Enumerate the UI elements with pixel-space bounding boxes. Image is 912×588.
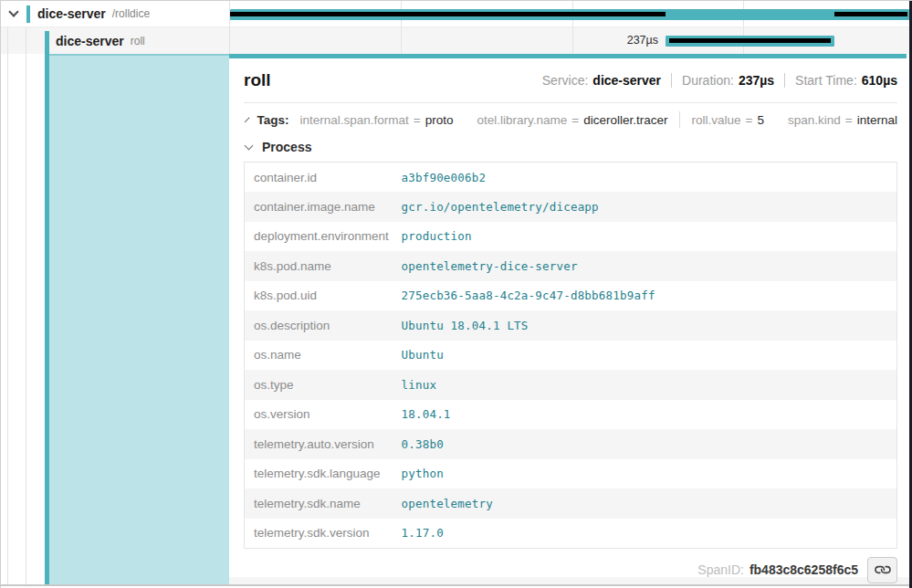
key-cell: os.name — [245, 341, 402, 371]
service-name[interactable]: dice-server — [37, 6, 106, 21]
service-label: Service: — [542, 73, 589, 88]
tag-key: span.kind — [788, 113, 841, 127]
key-cell: telemetry.sdk.version — [245, 519, 402, 549]
tag-key: otel.library.name — [477, 113, 567, 127]
process-table: container.id a3bf90e006b2 container.imag… — [244, 162, 897, 549]
span-color-chip — [26, 5, 30, 23]
detail-left-gutter — [1, 54, 45, 584]
span-name-column[interactable]: dice-server /rolldice — [1, 1, 229, 26]
key-cell: k8s.pod.name — [245, 251, 402, 281]
span-self-time-segment — [834, 12, 907, 16]
value-cell: 275ecb36-5aa8-4c2a-9c47-d8bb681b9aff — [402, 281, 897, 311]
key-cell: telemetry.sdk.name — [245, 488, 402, 519]
table-row: os.version 18.04.1 — [245, 400, 897, 430]
detail-footer: SpanID: fb483c8c6258f6c5 — [244, 557, 897, 583]
chevron-down-icon[interactable] — [245, 142, 254, 151]
value-cell: opentelemetry — [402, 488, 897, 519]
tag-key: roll.value — [692, 113, 741, 127]
value-cell: 0.38b0 — [402, 429, 897, 459]
duration-label: Duration: — [682, 73, 734, 88]
window-bottom-border — [1, 584, 910, 586]
value-cell: gcr.io/opentelemetry/diceapp — [402, 192, 897, 222]
table-row: telemetry.auto.version 0.38b0 — [245, 429, 897, 459]
span-overview: Service: dice-server Duration: 237µs Sta… — [542, 73, 897, 88]
value-cell: production — [402, 222, 897, 252]
value-cell: a3bf90e006b2 — [402, 163, 897, 193]
trace-view: dice-server /rolldice dice-server roll 2… — [0, 0, 912, 588]
table-row: os.name Ubuntu — [245, 341, 897, 371]
span-name-column[interactable]: dice-server roll — [1, 27, 229, 54]
span-detail-title: roll — [244, 70, 271, 90]
span-self-time-segment — [669, 38, 831, 43]
key-cell: os.description — [245, 310, 402, 341]
key-cell: telemetry.auto.version — [245, 429, 402, 459]
spanid-value: fb483c8c6258f6c5 — [750, 562, 858, 577]
tag-value: diceroller.tracer — [583, 113, 667, 127]
key-cell: os.type — [245, 370, 402, 400]
span-accent-bar — [45, 31, 49, 584]
start-time-label: Start Time: — [795, 73, 857, 88]
span-row-rolldice[interactable]: dice-server /rolldice — [1, 1, 910, 27]
equals-sign: = — [746, 113, 753, 127]
key-cell: container.id — [245, 163, 402, 193]
tag-value: proto — [425, 113, 454, 127]
span-bar-child[interactable] — [666, 36, 834, 47]
operation-name[interactable]: /rolldice — [112, 7, 150, 20]
service-name[interactable]: dice-server — [56, 34, 124, 48]
key-cell: deployment.environment — [245, 222, 402, 252]
tag-item: otel.library.name = diceroller.tracer — [477, 113, 667, 127]
spanid-label: SpanID: — [697, 562, 744, 577]
deep-link-button[interactable] — [867, 557, 897, 583]
chevron-right-icon[interactable] — [245, 117, 250, 122]
table-row: os.type linux — [245, 370, 897, 400]
value-cell: 1.17.0 — [402, 519, 897, 549]
indent-guide — [26, 54, 26, 584]
span-detail-panel: roll Service: dice-server Duration: 237µ… — [229, 54, 910, 584]
start-time-value: 610µs — [862, 73, 897, 88]
table-row: container.id a3bf90e006b2 — [245, 163, 897, 193]
equals-sign: = — [571, 113, 579, 127]
equals-sign: = — [845, 113, 853, 127]
value-cell: linux — [402, 370, 897, 400]
indent-guide — [7, 54, 8, 584]
process-section-header[interactable]: Process — [244, 135, 897, 162]
span-self-time-segment — [230, 12, 666, 16]
timeline-row[interactable] — [229, 1, 910, 26]
operation-name[interactable]: roll — [131, 35, 145, 47]
key-cell: container.image.name — [245, 192, 402, 222]
table-row: telemetry.sdk.version 1.17.0 — [245, 519, 897, 549]
detail-row-highlight[interactable] — [49, 54, 229, 584]
value-cell: 18.04.1 — [402, 400, 897, 430]
table-row: k8s.pod.name opentelemetry-dice-server — [245, 251, 897, 281]
value-cell: Ubuntu — [402, 341, 897, 371]
chevron-down-icon[interactable] — [8, 6, 18, 16]
span-duration-label: 237µs — [230, 27, 663, 54]
equals-sign: = — [414, 113, 421, 127]
span-row-roll[interactable]: dice-server roll 237µs — [1, 27, 910, 54]
tag-item: roll.value = 5 — [692, 113, 764, 127]
tag-item: span.kind = internal — [788, 113, 897, 127]
duration-value: 237µs — [739, 73, 774, 88]
tag-value: internal — [857, 113, 897, 127]
overview-divider — [671, 73, 672, 88]
service-value: dice-server — [592, 73, 661, 88]
table-row: deployment.environment production — [245, 222, 897, 252]
span-bar-parent[interactable] — [230, 9, 909, 20]
value-cell: opentelemetry-dice-server — [402, 251, 897, 281]
key-cell: os.version — [245, 400, 402, 430]
tag-item: internal.span.format = proto — [299, 113, 453, 127]
table-row: k8s.pod.uid 275ecb36-5aa8-4c2a-9c47-d8bb… — [245, 281, 897, 311]
key-cell: telemetry.sdk.language — [245, 459, 402, 489]
process-label: Process — [262, 140, 311, 154]
table-row: telemetry.sdk.name opentelemetry — [245, 488, 897, 519]
tags-section-header[interactable]: Tags: internal.span.format = proto otel.… — [244, 103, 897, 135]
tag-value: 5 — [757, 113, 764, 127]
timeline-row[interactable]: 237µs — [229, 27, 910, 54]
overview-divider — [784, 73, 785, 88]
tag-key: internal.span.format — [299, 113, 408, 127]
table-row: container.image.name gcr.io/opentelemetr… — [245, 192, 897, 222]
table-row: os.description Ubuntu 18.04.1 LTS — [245, 310, 897, 341]
link-icon — [872, 560, 893, 581]
tags-label: Tags: — [257, 113, 288, 127]
key-cell: k8s.pod.uid — [245, 281, 402, 311]
